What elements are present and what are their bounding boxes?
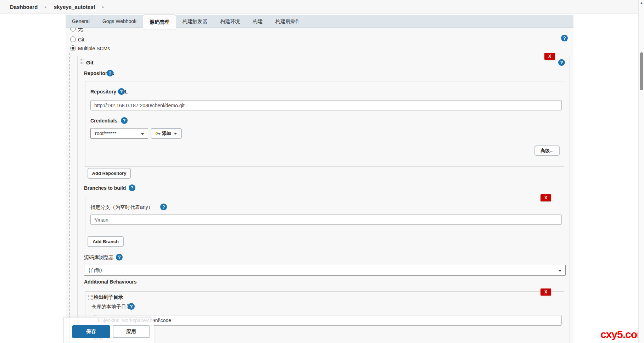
branches-to-build-label: Branches to build: [84, 185, 126, 191]
advanced-button[interactable]: 高级...: [534, 145, 560, 156]
repository-browser-select[interactable]: (自动): [84, 265, 566, 276]
help-icon[interactable]: ?: [118, 88, 125, 95]
help-icon[interactable]: ?: [107, 70, 113, 76]
radio-scm-git-label[interactable]: Git: [78, 37, 84, 42]
help-icon[interactable]: ?: [558, 59, 565, 66]
add-repository-label: Add Repository: [92, 171, 127, 176]
advanced-button-label: 高级...: [541, 148, 554, 154]
breadcrumb-chevron-icon: ▸: [45, 5, 47, 9]
add-repository-button[interactable]: Add Repository: [88, 168, 131, 179]
repository-box: [85, 81, 564, 167]
behaviour-title: 检出到子目录: [94, 294, 123, 301]
tab-gogs-webhook[interactable]: Gogs Webhook: [96, 15, 143, 28]
config-tabbar: General Gogs Webhook 源码管理 构建触发器 构建环境 构建 …: [66, 15, 573, 28]
remove-branch-button[interactable]: X: [541, 194, 551, 201]
tab-post-build-actions[interactable]: 构建后操作: [269, 15, 307, 28]
scrollbar-thumb[interactable]: [640, 52, 643, 90]
additional-behaviours-label: Additional Behaviours: [84, 279, 137, 285]
git-section-title: Git: [86, 59, 94, 65]
repository-browser-label: 源码库浏览器: [84, 255, 114, 261]
radio-scm-multiple-scms[interactable]: [70, 45, 76, 51]
credentials-label: Credentials: [90, 118, 117, 124]
add-branch-button[interactable]: Add Branch: [88, 236, 124, 247]
branch-specifier-label: 指定分支（为空时代表any）: [90, 204, 153, 211]
vertical-scrollbar[interactable]: ▲: [638, 0, 644, 343]
help-icon[interactable]: ?: [129, 184, 135, 191]
add-credential-button[interactable]: 添加: [151, 128, 182, 139]
breadcrumb-chevron-icon: ▸: [102, 5, 105, 9]
radio-scm-git[interactable]: [70, 36, 76, 42]
tab-build-triggers[interactable]: 构建触发器: [176, 15, 214, 28]
remove-behaviour-button[interactable]: X: [541, 288, 551, 296]
tab-source-code-management[interactable]: 源码管理: [143, 15, 176, 29]
drag-handle-icon[interactable]: [79, 59, 84, 67]
radio-scm-multiple-scms-label[interactable]: Multiple SCMs: [78, 46, 110, 51]
credentials-select[interactable]: root/******: [90, 128, 148, 139]
apply-button[interactable]: 应用: [113, 325, 150, 338]
help-icon[interactable]: ?: [160, 204, 167, 210]
scroll-up-arrow-icon[interactable]: ▲: [639, 1, 644, 5]
breadcrumb-item-dashboard[interactable]: Dashboard: [10, 4, 38, 10]
add-branch-label: Add Branch: [93, 239, 119, 244]
add-credential-label: 添加: [162, 130, 171, 137]
branch-specifier-input[interactable]: [90, 215, 562, 225]
chevron-down-icon: [558, 270, 562, 272]
chunk-dashed-guide: [69, 53, 70, 343]
help-icon[interactable]: ?: [116, 254, 123, 261]
tab-general[interactable]: General: [66, 15, 96, 28]
credentials-selected-value: root/******: [95, 131, 117, 136]
repository-url-input[interactable]: [90, 100, 562, 110]
tab-build[interactable]: 构建: [246, 15, 269, 28]
remove-git-scm-button[interactable]: X: [544, 53, 555, 60]
jenkins-config-page: Dashboard ▸ skyeye_autotest ▸ General Go…: [0, 0, 644, 343]
help-icon[interactable]: ?: [128, 303, 135, 310]
chevron-down-icon: [141, 133, 144, 135]
local-subdirectory-input[interactable]: [94, 315, 562, 326]
behaviour-box: [85, 291, 564, 338]
breadcrumb: Dashboard ▸ skyeye_autotest ▸: [0, 0, 638, 14]
watermark-text: cxy5.com: [600, 328, 644, 341]
tab-build-environment[interactable]: 构建环境: [214, 15, 246, 28]
caret-down-icon: [174, 133, 177, 135]
help-icon[interactable]: ?: [561, 35, 568, 41]
help-icon[interactable]: ?: [121, 117, 128, 124]
key-icon: [155, 131, 161, 136]
local-subdirectory-label: 仓库的本地子目录: [91, 304, 131, 310]
drag-handle-icon[interactable]: [88, 295, 93, 302]
save-button[interactable]: 保存: [72, 325, 110, 338]
breadcrumb-item-job[interactable]: skyeye_autotest: [54, 4, 95, 10]
repository-browser-selected-value: (自动): [89, 267, 102, 274]
